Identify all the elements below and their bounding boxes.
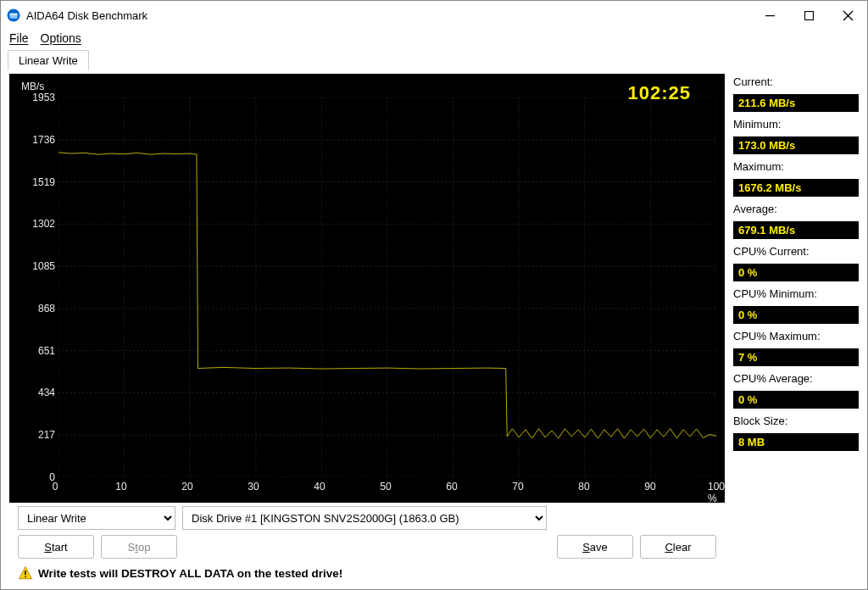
warning-row: Write tests will DESTROY ALL DATA on the… [9, 564, 725, 586]
x-tick: 40 [314, 481, 325, 493]
y-tick: 1953 [21, 92, 55, 103]
y-tick: 651 [21, 345, 55, 357]
cpu-current-label: CPU% Current: [733, 245, 859, 258]
y-tick: 217 [21, 429, 55, 441]
stop-button[interactable]: Stop [101, 535, 177, 559]
maximum-label: Maximum: [733, 160, 859, 173]
x-tick: 80 [578, 481, 589, 493]
titlebar: AIDA64 Disk Benchmark [1, 1, 867, 30]
stats-panel: Current: 211.6 MB/s Minimum: 173.0 MB/s … [733, 74, 859, 586]
average-label: Average: [733, 203, 859, 215]
x-tick: 90 [644, 481, 655, 493]
average-value: 679.1 MB/s [733, 221, 859, 239]
x-tick: 20 [181, 481, 192, 493]
y-tick: 1302 [21, 218, 55, 230]
x-tick: 50 [380, 481, 391, 493]
test-type-select[interactable]: Linear Write [18, 506, 175, 530]
x-tick: 70 [512, 481, 523, 493]
x-tick: 10 [115, 481, 126, 493]
minimum-value: 173.0 MB/s [733, 136, 859, 154]
minimize-button[interactable] [750, 1, 789, 30]
cpu-average-value: 0 % [733, 391, 859, 409]
cpu-average-label: CPU% Average: [733, 372, 859, 385]
y-tick: 0 [21, 471, 55, 483]
tabstrip: Linear Write [1, 50, 867, 70]
y-tick: 434 [21, 387, 55, 398]
svg-rect-2 [10, 14, 18, 15]
warning-icon [18, 565, 33, 581]
chart-area: MB/s 102:25 0217434651868108513021519173… [9, 74, 725, 503]
x-tick: 60 [446, 481, 457, 493]
cpu-minimum-label: CPU% Minimum: [733, 287, 859, 300]
menu-options[interactable]: Options [41, 31, 81, 45]
menubar: File Options [1, 30, 867, 50]
close-button[interactable] [828, 1, 867, 30]
svg-rect-27 [25, 576, 26, 578]
svg-rect-26 [25, 571, 26, 575]
y-tick: 868 [21, 303, 55, 314]
start-button[interactable]: Start [18, 535, 94, 559]
svg-rect-4 [804, 11, 813, 19]
tab-linear-write[interactable]: Linear Write [8, 50, 89, 70]
x-tick: 100 % [708, 481, 725, 504]
menu-file[interactable]: File [9, 31, 29, 45]
window-title: AIDA64 Disk Benchmark [26, 9, 147, 22]
cpu-maximum-value: 7 % [733, 348, 859, 366]
clear-button[interactable]: Clear [640, 535, 716, 559]
minimum-label: Minimum: [733, 118, 859, 131]
save-button[interactable]: Save [557, 535, 633, 559]
cpu-current-value: 0 % [733, 264, 859, 281]
y-tick: 1736 [21, 134, 55, 146]
maximize-button[interactable] [789, 1, 828, 30]
block-size-label: Block Size: [733, 415, 859, 427]
app-icon [6, 8, 21, 23]
warning-text: Write tests will DESTROY ALL DATA on the… [38, 567, 342, 580]
maximum-value: 1676.2 MB/s [733, 179, 859, 197]
drive-select[interactable]: Disk Drive #1 [KINGSTON SNV2S2000G] (186… [182, 506, 547, 530]
y-tick: 1085 [21, 260, 55, 272]
x-tick: 0 [53, 481, 58, 493]
current-value: 211.6 MB/s [733, 94, 859, 112]
block-size-value: 8 MB [733, 433, 859, 451]
current-label: Current: [733, 75, 859, 88]
cpu-minimum-value: 0 % [733, 306, 859, 324]
svg-rect-3 [765, 15, 775, 16]
x-tick: 30 [248, 481, 259, 493]
cpu-maximum-label: CPU% Maximum: [733, 330, 859, 342]
y-tick: 1519 [21, 176, 55, 188]
